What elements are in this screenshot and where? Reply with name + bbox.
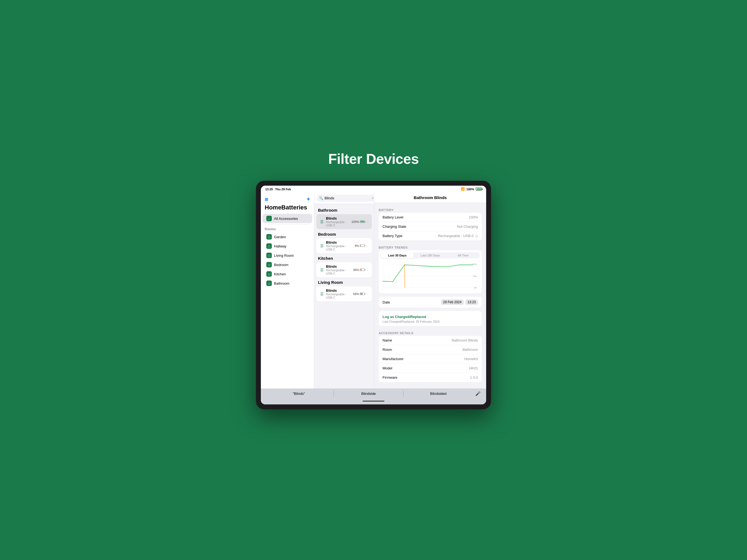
trend-tab-180days[interactable]: Last 180 Days [414,252,446,258]
svg-text:5 Feb: 5 Feb [395,289,400,289]
bathroom-blinds-sub: Rechargeable - USB-C [326,221,349,227]
sidebar-grid-icon[interactable]: ▦ [265,197,268,201]
battery-icon [476,187,482,190]
app-content: ▦ ✚ HomeBatteries ⌂ All Accessories Room… [261,193,486,388]
search-bar: 🔍 ☓ Cancel [314,193,374,204]
date-value: 29 Feb 2024 [441,299,464,305]
trend-section: Last 30 Days Last 180 Days All Time 100%… [379,250,482,294]
living-room-batt-fill [360,293,363,295]
living-room-blinds-info: Blinds Rechargeable - USB-C [326,288,351,299]
keyboard-suggestion-blindside[interactable]: Blindside [334,390,404,397]
detail-panel: Bathroom Blinds BATTERY Battery Level 10… [374,193,486,388]
charging-state-label: Charging State [383,225,406,229]
search-input[interactable] [325,196,370,200]
bathroom-group-header: Bathroom [314,206,374,213]
svg-text:50%: 50% [473,275,477,277]
accessory-manufacturer-row: Manufacturer HomeKit [379,354,482,364]
keyboard-bar: "Blinds" Blindside Blindsided 🎤 [261,388,486,399]
ipad-frame: 13:25 Thu 29 Feb 📶 100% ▦ ✚ HomeBatterie… [256,181,491,409]
date-label: Date [383,300,390,304]
living-room-blinds-sub: Rechargeable - USB-C [326,292,351,299]
search-clear-icon[interactable]: ☓ [372,196,374,200]
accessory-name-value: Bathroom Blinds [452,338,478,342]
garden-icon: ◻ [266,234,272,239]
kitchen-blinds-battery: 36% [353,268,365,272]
sidebar-item-kitchen[interactable]: ◻ Kitchen [262,269,312,279]
sidebar: ▦ ✚ HomeBatteries ⌂ All Accessories Room… [261,193,314,388]
hallway-label: Hallway [274,244,287,248]
living-room-blinds-battery: 58% [353,292,365,296]
app-name: HomeBatteries [261,203,314,214]
middle-panel: 🔍 ☓ Cancel Bathroom ☰ Blinds [314,193,374,388]
accessory-firmware-value: 1.0.0 [470,376,478,380]
home-icon: ⌂ [266,216,272,221]
trend-tab-alltime[interactable]: All Time [447,252,480,258]
living-room-battery-pct: 58% [353,292,359,296]
accessory-firmware-label: Firmware [383,376,397,380]
kitchen-label: Kitchen [274,272,286,276]
all-accessories-label: All Accessories [274,217,298,221]
search-icon: 🔍 [319,196,323,200]
sidebar-divider [265,224,310,225]
kitchen-group-header: Kitchen [314,254,374,262]
svg-text:12 Feb: 12 Feb [415,289,420,289]
status-bar-left: 13:25 Thu 29 Feb [265,187,291,191]
sidebar-item-living-room[interactable]: ◻ Living Room [262,251,312,260]
bathroom-blinds-row[interactable]: ☰ Blinds Rechargeable - USB-C 100% [316,214,372,229]
sidebar-item-bathroom[interactable]: ◻ Bathroom [262,279,312,288]
sidebar-item-hallway[interactable]: ◻ Hallway [262,241,312,251]
kitchen-blinds-row[interactable]: ☰ Blinds Rechargeable - USB-C 36% [316,262,372,277]
trend-tab-30days[interactable]: Last 30 Days [381,252,414,258]
battery-level-value: 100% [469,215,478,219]
trend-tabs-container: Last 30 Days Last 180 Days All Time [381,252,480,258]
kitchen-icon: ◻ [266,271,272,277]
sidebar-add-icon[interactable]: ✚ [307,197,310,201]
home-button-bar [363,401,384,402]
keyboard-suggestion-blindsided[interactable]: Blindsided [404,390,473,397]
keyboard-suggestion-blinds[interactable]: "Blinds" [264,390,334,397]
room-group-kitchen: Kitchen ☰ Blinds Rechargeable - USB-C 36… [314,254,374,277]
sidebar-item-bedroom[interactable]: ◻ Bedroom [262,260,312,269]
accessory-name-row: Name Bathroom Blinds [379,336,482,345]
sidebar-item-garden[interactable]: ◻ Garden [262,232,312,241]
accessory-room-value: Bathroom [463,348,478,352]
accessory-info-card: Name Bathroom Blinds Room Bathroom Manuf… [379,336,482,382]
detail-content: BATTERY Battery Level 100% Charging Stat… [374,203,486,388]
bathroom-blinds-battery: 100% [351,220,365,223]
accessory-name-label: Name [383,338,392,342]
detail-header: Bathroom Blinds [374,193,486,203]
sidebar-item-all-accessories[interactable]: ⌂ All Accessories [262,214,312,223]
blinds-icon-bathroom: ☰ [320,220,324,224]
blinds-icon-bedroom: ☰ [320,244,324,248]
mic-icon[interactable]: 🎤 [473,391,483,396]
bedroom-battery-pct: 8% [355,244,359,248]
bathroom-chevron: › [367,220,368,223]
accessory-section-label: ACCESSORY DETAILS [379,329,482,336]
bedroom-label: Bedroom [274,263,288,267]
search-input-wrapper[interactable]: 🔍 ☓ [317,195,376,202]
bedroom-blinds-row[interactable]: ☰ Blinds Rechargeable - USB-C 8% [316,238,372,253]
garden-label: Garden [274,235,286,239]
hallway-icon: ◻ [266,244,272,249]
battery-level-row: Battery Level 100% [379,213,482,222]
bedroom-blinds-name: Blinds [326,240,353,245]
accessory-model-label: Model [383,366,392,370]
kitchen-blinds-sub: Rechargeable - USB-C [326,269,351,275]
svg-text:26 Feb: 26 Feb [455,289,461,289]
accessory-manufacturer-label: Manufacturer [383,357,404,361]
living-room-blinds-row[interactable]: ☰ Blinds Rechargeable - USB-C 58% [316,286,372,301]
charging-state-value: Not Charging [457,225,478,229]
bedroom-batt-fill [360,245,361,246]
bathroom-label: Bathroom [274,281,289,285]
rooms-section-label: Rooms [261,226,314,232]
bedroom-group-header: Bedroom [314,230,374,238]
svg-text:19 Feb: 19 Feb [435,289,440,289]
trend-section-label: BATTERY TRENDS [379,244,482,250]
time-value: 13:23 [465,299,478,305]
log-link[interactable]: Log as Charged/Replaced [383,314,478,320]
bedroom-blinds-sub: Rechargeable - USB-C [326,245,353,251]
status-bar-right: 📶 100% [461,187,482,191]
kitchen-battery-pct: 36% [353,268,359,272]
kitchen-batt-fill [360,269,362,271]
living-room-blinds-name: Blinds [326,288,351,292]
